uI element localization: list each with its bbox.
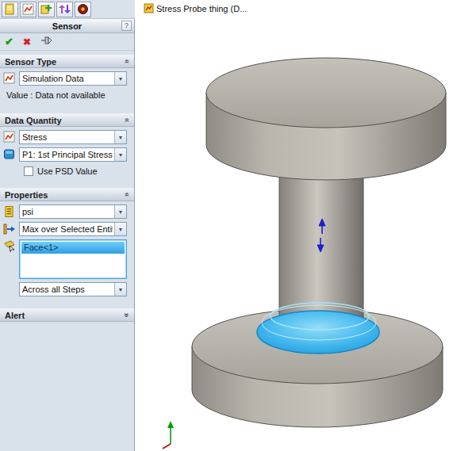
criterion-dropdown[interactable]: Max over Selected Entitie ▼ — [19, 222, 127, 236]
chevron-down-icon: ▼ — [114, 205, 126, 218]
selected-entities-listbox[interactable]: Face<1> — [19, 239, 127, 279]
steps-row: Across all Steps ▼ — [19, 282, 127, 296]
panel-actions: ✔ ✖ — [0, 33, 134, 51]
top-disc[interactable] — [206, 58, 446, 180]
component-dropdown[interactable]: P1: 1st Principal Stress ▼ — [19, 147, 127, 162]
origin-triad-icon — [163, 421, 174, 449]
ok-button[interactable]: ✔ — [5, 36, 13, 48]
dropdown-value: P1: 1st Principal Stress — [22, 150, 113, 159]
dropdown-value: Across all Steps — [22, 285, 113, 294]
document-glyph — [4, 3, 16, 15]
feature-tree-item[interactable]: Stress Probe thing (D... — [144, 3, 247, 13]
add-sensor-icon[interactable] — [38, 2, 55, 17]
dropdown-value: Simulation Data — [22, 74, 113, 83]
steps-dropdown[interactable]: Across all Steps ▼ — [19, 282, 127, 296]
chart-glyph — [22, 3, 34, 15]
section-title: Properties — [5, 190, 48, 200]
application-window: Sensor ? ✔ ✖ Sensor Type » — [0, 0, 476, 451]
alert-sensor-icon[interactable] — [75, 2, 91, 17]
sensor-chart-icon[interactable] — [20, 2, 36, 17]
section-sensor-type: Sensor Type » Simulation Data ▼ — [0, 55, 134, 105]
alert-glyph — [77, 3, 89, 15]
criterion-row: Max over Selected Entitie ▼ — [3, 222, 127, 236]
psd-checkbox-label: Use PSD Value — [37, 166, 98, 176]
graphics-viewport[interactable] — [135, 19, 476, 451]
component-row: P1: 1st Principal Stress ▼ — [3, 147, 127, 162]
section-properties: Properties » psi ▼ — [0, 188, 134, 300]
sensor-icon — [144, 3, 154, 13]
selected-face-item[interactable]: Face<1> — [21, 242, 125, 254]
expand-chevron-icon: » — [123, 313, 132, 318]
quantity-row: Stress ▼ — [3, 130, 127, 144]
section-header-sensor-type[interactable]: Sensor Type » — [0, 55, 134, 68]
collapse-chevron-icon: » — [123, 193, 132, 197]
chevron-down-icon: ▼ — [114, 223, 126, 235]
sensor-document-icon[interactable] — [2, 2, 18, 17]
dropdown-value: Stress — [22, 132, 113, 142]
dropdown-value: psi — [22, 207, 113, 216]
tree-item-label: Stress Probe thing (D... — [156, 4, 247, 13]
sensor-type-dropdown[interactable]: Simulation Data ▼ — [19, 71, 127, 86]
section-header-data-quantity[interactable]: Data Quantity » — [0, 113, 134, 127]
chevron-down-icon: ▼ — [114, 283, 126, 296]
units-icon — [3, 205, 16, 218]
section-body-data-quantity: Stress ▼ P1: 1st Principal Stress ▼ — [0, 127, 134, 180]
faces-selection-icon — [3, 239, 16, 252]
stress-quantity-icon — [3, 131, 16, 143]
panel-title-bar: Sensor ? — [0, 19, 134, 33]
collapse-chevron-icon: » — [123, 118, 132, 123]
section-title: Data Quantity — [5, 116, 62, 125]
dropdown-value: Max over Selected Entitie — [22, 224, 113, 234]
psd-checkbox-row: Use PSD Value — [24, 166, 127, 176]
add-glyph — [40, 3, 52, 15]
property-manager-tab-strip — [0, 0, 135, 19]
sensor-type-row: Simulation Data ▼ — [3, 71, 127, 86]
sensor-type-icon — [3, 72, 16, 85]
cancel-button[interactable]: ✖ — [23, 36, 31, 48]
section-header-properties[interactable]: Properties » — [0, 188, 134, 201]
section-title: Alert — [5, 311, 25, 320]
units-dropdown[interactable]: psi ▼ — [19, 204, 127, 219]
property-manager-panel: Sensor ? ✔ ✖ Sensor Type » — [0, 19, 135, 451]
collapse-chevron-icon: » — [123, 59, 132, 64]
sensor-value-text: Value : Data not available — [3, 89, 127, 101]
chevron-down-icon: ▼ — [114, 72, 126, 85]
psd-checkbox[interactable] — [24, 166, 33, 176]
pushpin-icon — [40, 36, 53, 45]
swap-glyph — [59, 3, 71, 15]
section-alert: Alert » — [0, 308, 134, 322]
selected-fillet-face[interactable] — [257, 303, 379, 354]
panel-title: Sensor — [52, 21, 82, 31]
units-row: psi ▼ — [3, 204, 127, 219]
section-body-sensor-type: Simulation Data ▼ Value : Data not avail… — [0, 68, 134, 105]
pin-button[interactable] — [40, 36, 53, 48]
chevron-down-icon: ▼ — [114, 131, 126, 143]
stress-component-icon — [3, 148, 16, 161]
section-data-quantity: Data Quantity » Stress ▼ — [0, 113, 134, 180]
help-button[interactable]: ? — [121, 21, 132, 31]
selection-row: Face<1> — [3, 239, 127, 279]
criterion-icon — [3, 223, 16, 235]
section-header-alert[interactable]: Alert » — [0, 308, 134, 322]
section-title: Sensor Type — [5, 57, 56, 67]
quantity-dropdown[interactable]: Stress ▼ — [19, 130, 127, 144]
chevron-down-icon: ▼ — [114, 148, 126, 161]
section-body-properties: psi ▼ Max over Selected Entitie — [0, 201, 134, 300]
swap-arrows-icon[interactable] — [56, 2, 73, 17]
